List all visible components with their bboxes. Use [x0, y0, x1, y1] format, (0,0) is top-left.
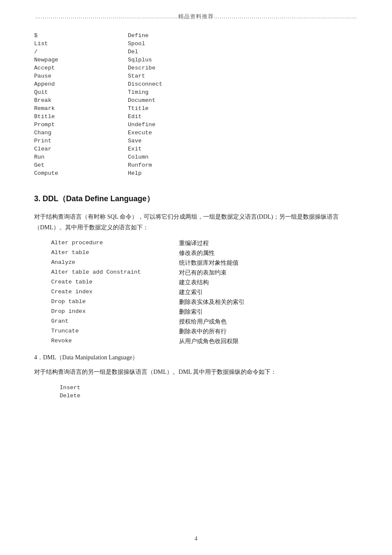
ddl-row: Drop table删除表实体及相关的索引: [51, 298, 358, 306]
dml-list: InsertDelete: [60, 384, 358, 399]
ddl-row: Alter procedure重编译过程: [51, 240, 358, 247]
ddl-col-right: 删除表实体及相关的索引: [179, 298, 245, 306]
col-right: Define: [128, 32, 149, 39]
section4: 4．DML（Data Manipulation Language） 对于结构查询…: [34, 354, 358, 399]
ddl-row: Grant授权给用户或角色: [51, 318, 358, 326]
col-left: Quit: [34, 89, 128, 95]
col-left: Compute: [34, 170, 128, 176]
two-col-row: AcceptDescribe: [34, 65, 358, 71]
two-col-row: PauseStart: [34, 73, 358, 79]
ddl-col-right: 建立表结构: [179, 279, 209, 286]
two-col-row: ChangExecute: [34, 130, 358, 136]
col-left: Remark: [34, 105, 128, 112]
two-col-row: NewpageSqlplus: [34, 57, 358, 63]
col-left: Accept: [34, 65, 128, 71]
col-right: Execute: [128, 130, 152, 136]
col-right: Sqlplus: [128, 57, 152, 63]
col-right: Spool: [128, 40, 145, 47]
ddl-col-left: Create table: [51, 279, 179, 286]
dml-item: Insert: [60, 384, 358, 391]
col-left: Newpage: [34, 57, 128, 63]
col-right: Edit: [128, 113, 141, 120]
ddl-col-right: 对已有的表加约束: [179, 269, 227, 277]
section3-heading: 3. DDL（Data Define Language）: [34, 194, 358, 204]
two-col-row: ClearExit: [34, 146, 358, 152]
ddl-col-left: Drop index: [51, 308, 179, 316]
col-right: Timing: [128, 89, 149, 95]
section4-title: 4．DML（Data Manipulation Language）: [34, 354, 358, 361]
two-col-row: PromptUndefine: [34, 121, 358, 128]
col-left: Append: [34, 81, 128, 87]
section4-paragraph: 对于结构查询语言的另一组是数据操纵语言（DML）。DML 其中用于数据操纵的命令…: [34, 367, 358, 377]
col-left: Pause: [34, 73, 128, 79]
ddl-row: Alter table add Constraint对已有的表加约束: [51, 269, 358, 277]
col-left: Clear: [34, 146, 128, 152]
col-right: Undefine: [128, 121, 156, 128]
col-left: Run: [34, 154, 128, 160]
two-col-row: RunColumn: [34, 154, 358, 160]
two-col-row: $Define: [34, 32, 358, 39]
col-right: Save: [128, 138, 141, 144]
header-line: ………………………………………………………………精品资料推荐……………………………: [34, 13, 358, 20]
section3-paragraph: 对于结构查询语言（有时称 SQL 命令），可以将它们分成两组，一组是数据定义语言…: [34, 211, 358, 233]
col-left: $: [34, 32, 128, 39]
ddl-table: Alter procedure重编译过程Alter table修改表的属性Ana…: [51, 240, 358, 345]
ddl-row: Alter table修改表的属性: [51, 249, 358, 257]
col-right: Describe: [128, 65, 156, 71]
page: ………………………………………………………………精品资料推荐……………………………: [0, 0, 392, 555]
col-right: Help: [128, 170, 141, 176]
col-left: Get: [34, 162, 128, 168]
two-col-row: GetRunform: [34, 162, 358, 168]
col-right: Runform: [128, 162, 152, 168]
two-col-row: BtitleEdit: [34, 113, 358, 120]
two-col-row: RemarkTtitle: [34, 105, 358, 112]
col-right: Del: [128, 49, 138, 55]
two-col-row: ComputeHelp: [34, 170, 358, 176]
col-right: Start: [128, 73, 145, 79]
col-right: Document: [128, 97, 156, 104]
col-left: Break: [34, 97, 128, 104]
two-col-list: $DefineListSpool/DelNewpageSqlplusAccept…: [34, 32, 358, 178]
ddl-col-right: 授权给用户或角色: [179, 318, 227, 326]
ddl-col-left: Alter procedure: [51, 240, 179, 247]
ddl-col-left: Drop table: [51, 298, 179, 306]
section3: 3. DDL（Data Define Language） 对于结构查询语言（有时…: [34, 194, 358, 345]
ddl-col-right: 统计数据库对象性能值: [179, 259, 239, 267]
ddl-row: Analyze统计数据库对象性能值: [51, 259, 358, 267]
col-right: Ttitle: [128, 105, 149, 112]
ddl-row: Create table建立表结构: [51, 279, 358, 286]
ddl-col-left: Analyze: [51, 259, 179, 267]
col-left: Btitle: [34, 113, 128, 120]
ddl-col-right: 删除表中的所有行: [179, 328, 227, 335]
col-left: Prompt: [34, 121, 128, 128]
two-col-row: BreakDocument: [34, 97, 358, 104]
ddl-col-left: Alter table: [51, 249, 179, 257]
ddl-col-left: Alter table add Constraint: [51, 269, 179, 277]
col-right: Disconnect: [128, 81, 162, 87]
col-right: Exit: [128, 146, 141, 152]
ddl-col-left: Revoke: [51, 338, 179, 345]
ddl-row: Drop index删除索引: [51, 308, 358, 316]
col-left: List: [34, 40, 128, 47]
ddl-row: Revoke从用户或角色收回权限: [51, 338, 358, 345]
ddl-col-left: Truncate: [51, 328, 179, 335]
ddl-row: Truncate删除表中的所有行: [51, 328, 358, 335]
two-col-row: /Del: [34, 49, 358, 55]
ddl-col-right: 修改表的属性: [179, 249, 215, 257]
ddl-col-left: Grant: [51, 318, 179, 326]
two-col-row: PrintSave: [34, 138, 358, 144]
col-right: Column: [128, 154, 149, 160]
two-col-row: ListSpool: [34, 40, 358, 47]
ddl-col-right: 删除索引: [179, 308, 203, 316]
dml-item: Delete: [60, 393, 358, 399]
two-col-row: AppendDisconnect: [34, 81, 358, 87]
two-col-row: QuitTiming: [34, 89, 358, 95]
ddl-col-left: Create index: [51, 289, 179, 296]
ddl-col-right: 从用户或角色收回权限: [179, 338, 239, 345]
page-number: 4: [195, 535, 198, 542]
col-left: Print: [34, 138, 128, 144]
ddl-col-right: 重编译过程: [179, 240, 209, 247]
ddl-col-right: 建立索引: [179, 289, 203, 296]
col-left: Chang: [34, 130, 128, 136]
col-left: /: [34, 49, 128, 55]
